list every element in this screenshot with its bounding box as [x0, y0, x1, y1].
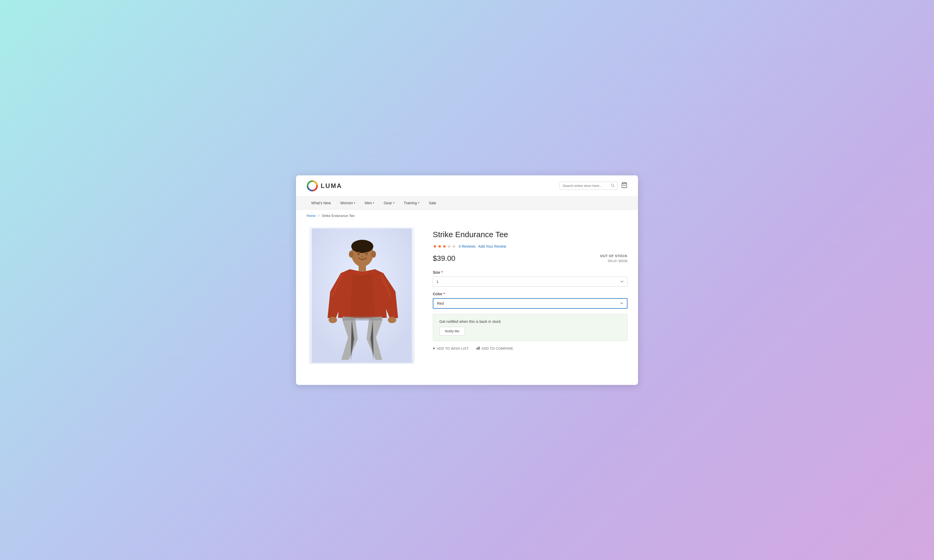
size-label: Size *	[433, 270, 627, 274]
price-row: $39.00 OUT OF STOCK SKU#: MS08	[433, 254, 627, 263]
rating-row: ★ ★ ★ ★ ★ 4 Reviews Add Your Review	[433, 243, 627, 249]
product-image	[309, 227, 415, 364]
color-select[interactable]: Red Blue Green Black White	[433, 298, 627, 309]
product-price: $39.00	[433, 254, 455, 263]
svg-rect-15	[478, 347, 478, 350]
heart-icon: ♥	[433, 346, 435, 351]
chevron-down-icon: ▾	[418, 202, 419, 204]
search-icon	[611, 183, 615, 188]
page-container: LUMA What'	[296, 175, 638, 385]
breadcrumb: Home > Strike Endurance Tee	[296, 209, 638, 222]
chevron-down-icon: ▾	[354, 202, 355, 204]
svg-line-2	[613, 186, 615, 187]
nav-bar: What's New Women ▾ Men ▾ Gear ▾ Training…	[296, 197, 638, 209]
color-required-star: *	[444, 292, 445, 296]
product-info: Strike Endurance Tee ★ ★ ★ ★ ★ 4 Reviews…	[433, 227, 627, 351]
notify-box: Get notified when this is back in stock …	[433, 314, 627, 341]
product-title: Strike Endurance Tee	[433, 230, 627, 239]
breadcrumb-home[interactable]: Home	[307, 214, 316, 218]
star-1: ★	[433, 243, 437, 249]
nav-sale[interactable]: Sale	[424, 197, 441, 209]
chevron-down-icon: ▾	[373, 202, 374, 204]
notify-me-button[interactable]: Notify Me	[439, 327, 465, 335]
logo-area: LUMA	[307, 180, 342, 192]
logo-text: LUMA	[321, 182, 342, 189]
add-to-wish-list-link[interactable]: ♥ ADD TO WISH LIST	[433, 346, 469, 351]
star-5: ★	[452, 243, 456, 249]
notify-text: Get notified when this is back in stock	[439, 320, 621, 324]
action-links: ♥ ADD TO WISH LIST ADD TO COMPARE	[433, 346, 627, 351]
product-layout: Strike Endurance Tee ★ ★ ★ ★ ★ 4 Reviews…	[296, 222, 638, 385]
size-select[interactable]: L XS S M XL	[433, 277, 627, 286]
luma-logo-icon	[307, 180, 318, 192]
stock-info: OUT OF STOCK SKU#: MS08	[600, 254, 627, 263]
size-required-star: *	[441, 270, 442, 274]
reviews-link[interactable]: 4 Reviews	[459, 244, 476, 248]
nav-gear[interactable]: Gear ▾	[379, 197, 399, 209]
cart-icon[interactable]	[621, 182, 627, 190]
svg-point-7	[357, 252, 360, 255]
svg-point-10	[328, 317, 337, 323]
search-input[interactable]	[563, 184, 609, 188]
svg-rect-16	[479, 346, 479, 350]
search-box[interactable]	[559, 182, 618, 190]
svg-point-11	[388, 317, 396, 323]
sku-label: SKU#:	[608, 259, 618, 263]
add-to-compare-link[interactable]: ADD TO COMPARE	[476, 346, 513, 351]
sku-value: MS08	[618, 259, 627, 263]
star-2: ★	[438, 243, 442, 249]
nav-women[interactable]: Women ▾	[336, 197, 360, 209]
sku: SKU#: MS08	[600, 259, 627, 263]
svg-point-8	[365, 252, 368, 255]
color-field-group: Color * Red Blue Green Black White	[433, 292, 627, 309]
nav-men[interactable]: Men ▾	[360, 197, 379, 209]
size-field-group: Size * L XS S M XL	[433, 270, 627, 286]
header: LUMA	[296, 175, 638, 197]
nav-training[interactable]: Training ▾	[399, 197, 424, 209]
nav-whats-new[interactable]: What's New	[307, 197, 336, 209]
add-review-link[interactable]: Add Your Review	[478, 244, 507, 248]
svg-point-6	[351, 240, 373, 253]
header-right	[559, 182, 627, 190]
product-image-svg	[312, 228, 412, 363]
breadcrumb-separator: >	[318, 214, 320, 218]
star-rating: ★ ★ ★ ★ ★	[433, 243, 456, 249]
svg-rect-14	[476, 348, 477, 350]
star-3: ★	[442, 243, 447, 249]
star-4: ★	[447, 243, 451, 249]
color-label: Color *	[433, 292, 627, 296]
product-image-area	[307, 227, 417, 369]
breadcrumb-current: Strike Endurance Tee	[322, 214, 354, 218]
out-of-stock-label: OUT OF STOCK	[600, 254, 627, 258]
compare-icon	[476, 346, 480, 351]
chevron-down-icon: ▾	[393, 202, 395, 204]
svg-point-12	[349, 251, 354, 258]
svg-point-13	[371, 251, 376, 258]
